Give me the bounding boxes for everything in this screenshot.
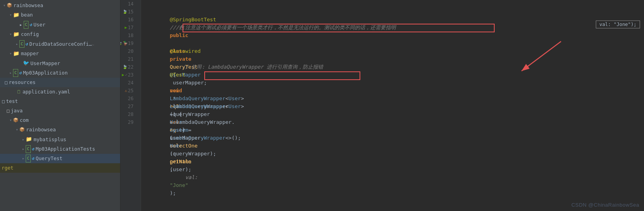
code-line-25: LambdaQueryWrapper<User> queryWrapper = … — [145, 87, 644, 95]
target-label: rget — [2, 164, 13, 172]
debug-icon-19: 🍃 — [121, 39, 122, 47]
line-num-20: 20 — [121, 47, 137, 55]
code-line-20 — [145, 47, 644, 55]
sidebar-item-label: rainbowsea — [13, 2, 43, 9]
line-num-text: 23 — [128, 71, 134, 79]
sidebar-item-mapper[interactable]: ▾ 📁 mapper — [0, 49, 120, 59]
run-icon: ↺ — [32, 146, 35, 153]
sidebar-item-appyaml[interactable]: 🗒 application.yaml — [0, 87, 120, 97]
line-num-14: 14 — [121, 0, 137, 8]
sidebar-item-label: application.yaml — [23, 88, 70, 96]
line-num-27: 27 — [121, 103, 137, 110]
usermapper-ref: userMapper. — [170, 135, 204, 141]
run-icon: ↺ — [19, 69, 22, 77]
line-num-19: 🍃 🦆 19 — [121, 39, 137, 47]
sidebar-item-label: java — [11, 107, 23, 115]
line-numbers: 14 🍃 15 16 ▶ 17 18 🍃 🦆 19 20 — [121, 0, 141, 211]
line-num-text: 17 — [128, 24, 134, 32]
line-num-25: ⚠ 25 — [121, 87, 137, 95]
line-num-text: 20 — [128, 47, 134, 55]
warn-icon-25: ⚠ — [125, 87, 127, 95]
sidebar-item-querytest[interactable]: ▸ C ↺ QueryTest — [0, 154, 120, 163]
code-line-26 — [145, 95, 644, 103]
mapper-icon: 🐦 — [23, 59, 29, 67]
folder-icon-java: □ — [7, 107, 9, 115]
expand-arrow: ▾ — [3, 2, 6, 9]
expand-arrow: ▸ — [22, 155, 24, 162]
line-num-text: 19 — [128, 39, 134, 47]
package-icon: 📦 — [19, 126, 25, 133]
annotation-callout: val: "Jone"); — [596, 21, 640, 28]
dot2: . — [170, 151, 173, 157]
sidebar-item-user[interactable]: ▸ ▸ C ↺ User — [0, 20, 120, 30]
check-icon-23: ✓ — [125, 71, 128, 79]
code-line-16: // 包 — [145, 16, 644, 24]
expand-arrow: ▾ — [9, 31, 12, 37]
expand-arrow: ▾ — [16, 127, 18, 133]
expand-arrow: ▾ — [9, 50, 12, 57]
sidebar-item-druid[interactable]: ▸ C ↺ DruidDataSourceConfi… … — [0, 39, 120, 49]
testclass-icon: C — [26, 155, 31, 162]
line-num-text: 28 — [128, 110, 134, 118]
sidebar-item-mp03app[interactable]: ▸ C ↺ Mp03Application — [0, 68, 120, 78]
folder-icon: 📁 — [13, 50, 19, 58]
code-line-28: System . out . println (user); — [145, 110, 644, 118]
folder-icon-test: □ — [2, 98, 5, 105]
folder-icon: 📁 — [13, 11, 19, 19]
line-num-28: 28 — [121, 110, 137, 118]
folder-icon-resources: □ — [5, 79, 8, 86]
line-num-text: 18 — [128, 32, 134, 39]
sidebar-item-rainbowsea[interactable]: ▾ 📦 rainbowsea — [0, 1, 120, 10]
line-num-text: 16 — [128, 16, 134, 24]
sidebar-item-java[interactable]: ▾ □ java — [0, 106, 120, 116]
sidebar-item-label: rainbowsea — [26, 126, 56, 134]
sidebar-item-rainbowsea2[interactable]: ▾ 📦 rainbowsea — [0, 125, 120, 134]
run-icon: ↺ — [30, 21, 32, 28]
sidebar-item-target[interactable]: rget — [0, 163, 120, 173]
project-tree: ▾ 📦 rainbowsea ▾ 📁 bean ▸ ▸ C ↺ User ▾ 📁… — [0, 0, 121, 211]
sidebar-item-mybatisplus[interactable]: ▸ 📁 mybatisplus — [0, 134, 120, 144]
expand-arrow: ▸ — [9, 70, 12, 76]
sidebar-item-bean[interactable]: ▾ 📁 bean — [0, 10, 120, 20]
closing-brace: } — [170, 127, 185, 133]
args-user: (user); — [170, 166, 192, 172]
sidebar-item-label: Mp03ApplicationTests — [36, 145, 95, 153]
sidebar-item-config[interactable]: ▾ 📁 config — [0, 30, 120, 39]
run-icon: ↺ — [32, 155, 35, 162]
sidebar-item-usermapper[interactable]: 🐦 UserMapper — [0, 58, 120, 68]
method-println: println — [170, 159, 192, 164]
debug-icon-15: 🍃 — [122, 8, 127, 16]
testclass-icon: C — [26, 145, 31, 153]
string-jone: "Jone" — [170, 182, 188, 188]
code-line-17: public class QueryTest { — [145, 24, 644, 32]
code-line-19: private UserMapper userMapper; — [145, 39, 644, 47]
run-icon-17: ▶ — [125, 24, 127, 32]
sidebar-item-com[interactable]: ▾ 📦 com — [0, 116, 120, 125]
code-line-15: @SpringBootTest // 注意这个测试必须要有一个场景类才行，不然是… — [145, 8, 644, 16]
expand-arrow: ▾ — [3, 108, 6, 114]
sidebar-item-label: config — [21, 30, 39, 38]
line-num-text: 29 — [128, 118, 134, 126]
sidebar-item-label: resources — [9, 78, 36, 86]
line-num-15: 🍃 15 — [121, 8, 137, 16]
line-num-text: 26 — [128, 95, 134, 103]
code-line-27: User user = userMapper. selectOne (query… — [145, 103, 644, 110]
line-num-29: 29 — [121, 118, 137, 126]
diamond: <>(); — [226, 135, 241, 141]
sidebar-item-mp03tests[interactable]: ▸ C ↺ Mp03ApplicationTests — [0, 144, 120, 154]
expand-arrow: ▸ — [22, 146, 24, 152]
class-icon: C — [24, 21, 29, 29]
code-line-14 — [145, 0, 644, 8]
watermark: CSDN @ChinaRainbowSea — [571, 202, 639, 208]
paren-close: ); — [170, 190, 176, 196]
line-num-text: 21 — [128, 55, 134, 63]
code-line-29: } — [145, 118, 644, 126]
expand-arrow: ▸ — [16, 41, 18, 47]
sidebar-item-test[interactable]: □ test — [0, 97, 120, 106]
line-num-text: 27 — [128, 103, 134, 110]
debug-icon-22: 🍃 — [122, 63, 127, 71]
code-line-24: LambdaQueryWrapper<User> lambdaQueryWrap… — [145, 79, 644, 87]
sidebar-item-resources[interactable]: □ resources — [0, 78, 120, 87]
out-ref: out — [170, 143, 179, 149]
sidebar-item-label: UserMapper — [30, 60, 60, 67]
